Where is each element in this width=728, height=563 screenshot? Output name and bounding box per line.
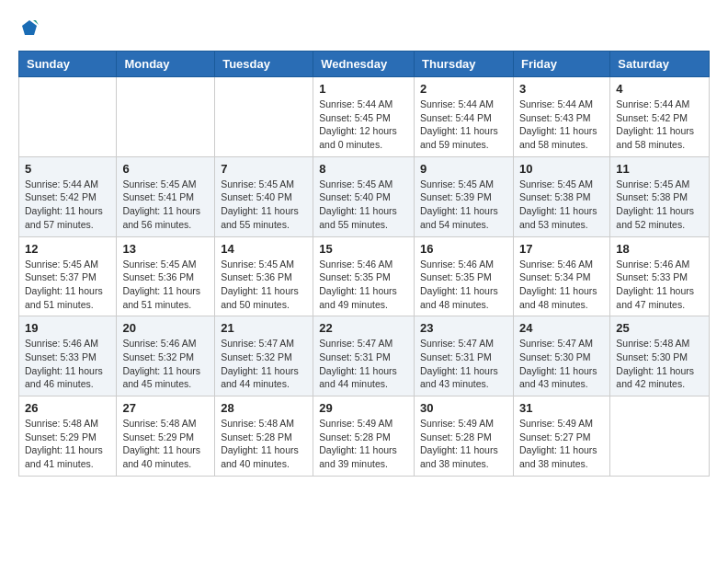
calendar-cell: 8Sunrise: 5:45 AM Sunset: 5:40 PM Daylig… <box>313 156 415 236</box>
day-number: 2 <box>420 82 507 96</box>
day-info: Sunrise: 5:45 AM Sunset: 5:40 PM Dayligh… <box>319 178 408 232</box>
day-number: 15 <box>319 242 408 256</box>
day-number: 30 <box>420 401 507 415</box>
calendar-cell: 26Sunrise: 5:48 AM Sunset: 5:29 PM Dayli… <box>19 396 117 477</box>
day-number: 22 <box>319 321 408 335</box>
day-number: 17 <box>519 242 604 256</box>
calendar-cell: 31Sunrise: 5:49 AM Sunset: 5:27 PM Dayli… <box>513 396 609 477</box>
weekday-header: Saturday <box>610 52 710 77</box>
day-info: Sunrise: 5:45 AM Sunset: 5:38 PM Dayligh… <box>616 178 703 232</box>
calendar-cell: 25Sunrise: 5:48 AM Sunset: 5:30 PM Dayli… <box>610 316 710 396</box>
calendar-week-row: 26Sunrise: 5:48 AM Sunset: 5:29 PM Dayli… <box>19 396 710 477</box>
calendar-week-row: 12Sunrise: 5:45 AM Sunset: 5:37 PM Dayli… <box>19 236 710 316</box>
day-info: Sunrise: 5:48 AM Sunset: 5:28 PM Dayligh… <box>221 417 307 471</box>
svg-marker-0 <box>22 20 37 35</box>
day-info: Sunrise: 5:45 AM Sunset: 5:36 PM Dayligh… <box>122 258 209 312</box>
calendar-cell: 6Sunrise: 5:45 AM Sunset: 5:41 PM Daylig… <box>117 156 215 236</box>
day-number: 5 <box>25 162 110 176</box>
day-info: Sunrise: 5:46 AM Sunset: 5:33 PM Dayligh… <box>616 258 703 312</box>
calendar-cell <box>19 77 117 157</box>
calendar-cell <box>215 77 313 157</box>
day-number: 9 <box>420 162 507 176</box>
calendar-cell: 21Sunrise: 5:47 AM Sunset: 5:32 PM Dayli… <box>215 316 313 396</box>
calendar-header-row: SundayMondayTuesdayWednesdayThursdayFrid… <box>19 52 710 77</box>
calendar-week-row: 1Sunrise: 5:44 AM Sunset: 5:45 PM Daylig… <box>19 77 710 157</box>
day-number: 3 <box>519 82 604 96</box>
day-info: Sunrise: 5:44 AM Sunset: 5:43 PM Dayligh… <box>519 98 604 152</box>
calendar-cell: 11Sunrise: 5:45 AM Sunset: 5:38 PM Dayli… <box>610 156 710 236</box>
day-number: 10 <box>519 162 604 176</box>
day-info: Sunrise: 5:48 AM Sunset: 5:29 PM Dayligh… <box>25 417 110 471</box>
day-info: Sunrise: 5:46 AM Sunset: 5:35 PM Dayligh… <box>420 258 507 312</box>
day-info: Sunrise: 5:45 AM Sunset: 5:39 PM Dayligh… <box>420 178 507 232</box>
calendar-cell: 16Sunrise: 5:46 AM Sunset: 5:35 PM Dayli… <box>415 236 514 316</box>
day-info: Sunrise: 5:47 AM Sunset: 5:32 PM Dayligh… <box>221 337 307 391</box>
calendar-cell: 12Sunrise: 5:45 AM Sunset: 5:37 PM Dayli… <box>19 236 117 316</box>
day-info: Sunrise: 5:45 AM Sunset: 5:41 PM Dayligh… <box>122 178 209 232</box>
calendar-cell: 29Sunrise: 5:49 AM Sunset: 5:28 PM Dayli… <box>313 396 415 477</box>
logo <box>18 18 39 41</box>
calendar-cell: 9Sunrise: 5:45 AM Sunset: 5:39 PM Daylig… <box>415 156 514 236</box>
calendar-cell: 17Sunrise: 5:46 AM Sunset: 5:34 PM Dayli… <box>513 236 609 316</box>
weekday-header: Tuesday <box>215 52 313 77</box>
calendar-cell: 4Sunrise: 5:44 AM Sunset: 5:42 PM Daylig… <box>610 77 710 157</box>
day-info: Sunrise: 5:44 AM Sunset: 5:44 PM Dayligh… <box>420 98 507 152</box>
day-number: 31 <box>519 401 604 415</box>
day-info: Sunrise: 5:46 AM Sunset: 5:34 PM Dayligh… <box>519 258 604 312</box>
day-info: Sunrise: 5:48 AM Sunset: 5:30 PM Dayligh… <box>616 337 703 391</box>
day-number: 21 <box>221 321 307 335</box>
calendar-cell <box>610 396 710 477</box>
day-info: Sunrise: 5:44 AM Sunset: 5:42 PM Dayligh… <box>616 98 703 152</box>
calendar-cell: 10Sunrise: 5:45 AM Sunset: 5:38 PM Dayli… <box>513 156 609 236</box>
calendar-cell: 2Sunrise: 5:44 AM Sunset: 5:44 PM Daylig… <box>415 77 514 157</box>
day-number: 13 <box>122 242 209 256</box>
day-number: 18 <box>616 242 703 256</box>
calendar-cell <box>117 77 215 157</box>
calendar-week-row: 5Sunrise: 5:44 AM Sunset: 5:42 PM Daylig… <box>19 156 710 236</box>
weekday-header: Friday <box>513 52 609 77</box>
day-info: Sunrise: 5:47 AM Sunset: 5:31 PM Dayligh… <box>319 337 408 391</box>
day-number: 11 <box>616 162 703 176</box>
day-info: Sunrise: 5:45 AM Sunset: 5:40 PM Dayligh… <box>221 178 307 232</box>
day-number: 8 <box>319 162 408 176</box>
calendar-cell: 14Sunrise: 5:45 AM Sunset: 5:36 PM Dayli… <box>215 236 313 316</box>
day-number: 16 <box>420 242 507 256</box>
day-number: 19 <box>25 321 110 335</box>
calendar-cell: 3Sunrise: 5:44 AM Sunset: 5:43 PM Daylig… <box>513 77 609 157</box>
day-info: Sunrise: 5:49 AM Sunset: 5:28 PM Dayligh… <box>420 417 507 471</box>
day-info: Sunrise: 5:46 AM Sunset: 5:33 PM Dayligh… <box>25 337 110 391</box>
day-number: 26 <box>25 401 110 415</box>
day-info: Sunrise: 5:47 AM Sunset: 5:30 PM Dayligh… <box>519 337 604 391</box>
calendar-cell: 7Sunrise: 5:45 AM Sunset: 5:40 PM Daylig… <box>215 156 313 236</box>
calendar-cell: 5Sunrise: 5:44 AM Sunset: 5:42 PM Daylig… <box>19 156 117 236</box>
day-info: Sunrise: 5:45 AM Sunset: 5:36 PM Dayligh… <box>221 258 307 312</box>
day-info: Sunrise: 5:49 AM Sunset: 5:28 PM Dayligh… <box>319 417 408 471</box>
calendar-cell: 13Sunrise: 5:45 AM Sunset: 5:36 PM Dayli… <box>117 236 215 316</box>
day-info: Sunrise: 5:45 AM Sunset: 5:37 PM Dayligh… <box>25 258 110 312</box>
day-info: Sunrise: 5:45 AM Sunset: 5:38 PM Dayligh… <box>519 178 604 232</box>
day-info: Sunrise: 5:48 AM Sunset: 5:29 PM Dayligh… <box>122 417 209 471</box>
day-number: 28 <box>221 401 307 415</box>
weekday-header: Wednesday <box>313 52 415 77</box>
calendar-cell: 18Sunrise: 5:46 AM Sunset: 5:33 PM Dayli… <box>610 236 710 316</box>
day-number: 23 <box>420 321 507 335</box>
day-info: Sunrise: 5:44 AM Sunset: 5:45 PM Dayligh… <box>319 98 408 152</box>
day-number: 7 <box>221 162 307 176</box>
calendar-cell: 19Sunrise: 5:46 AM Sunset: 5:33 PM Dayli… <box>19 316 117 396</box>
day-number: 24 <box>519 321 604 335</box>
day-number: 29 <box>319 401 408 415</box>
page-header <box>18 18 710 41</box>
calendar-cell: 28Sunrise: 5:48 AM Sunset: 5:28 PM Dayli… <box>215 396 313 477</box>
day-info: Sunrise: 5:46 AM Sunset: 5:35 PM Dayligh… <box>319 258 408 312</box>
calendar-cell: 23Sunrise: 5:47 AM Sunset: 5:31 PM Dayli… <box>415 316 514 396</box>
weekday-header: Thursday <box>415 52 514 77</box>
calendar-cell: 20Sunrise: 5:46 AM Sunset: 5:32 PM Dayli… <box>117 316 215 396</box>
day-number: 4 <box>616 82 703 96</box>
calendar-cell: 24Sunrise: 5:47 AM Sunset: 5:30 PM Dayli… <box>513 316 609 396</box>
calendar-week-row: 19Sunrise: 5:46 AM Sunset: 5:33 PM Dayli… <box>19 316 710 396</box>
logo-icon <box>20 18 39 37</box>
day-info: Sunrise: 5:47 AM Sunset: 5:31 PM Dayligh… <box>420 337 507 391</box>
calendar-table: SundayMondayTuesdayWednesdayThursdayFrid… <box>18 51 710 477</box>
day-number: 6 <box>122 162 209 176</box>
day-info: Sunrise: 5:44 AM Sunset: 5:42 PM Dayligh… <box>25 178 110 232</box>
